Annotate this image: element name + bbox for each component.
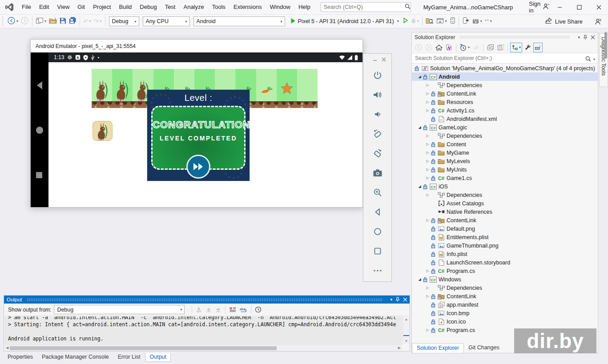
output-console[interactable]: > am start -a android.intent.action.MAIN…: [4, 316, 402, 344]
se-sync-button[interactable]: ⇄: [471, 43, 481, 52]
expand-arrow-icon[interactable]: ▷: [424, 193, 431, 197]
start-without-debugging-button[interactable]: [402, 16, 410, 27]
tab-output[interactable]: Output: [145, 353, 171, 362]
expand-arrow-icon[interactable]: ▷: [424, 168, 431, 172]
scroll-up-icon[interactable]: ▲: [403, 317, 410, 321]
pin-icon[interactable]: [583, 35, 588, 40]
quote-tools-button[interactable]: “”▾: [483, 16, 493, 27]
emulator-power-button[interactable]: [363, 65, 391, 85]
output-horizontal-scrollbar[interactable]: ◀ ▶: [4, 344, 402, 351]
scroll-left-icon[interactable]: ◀: [6, 346, 8, 350]
expand-arrow-icon[interactable]: ▷: [424, 83, 431, 87]
menu-test[interactable]: Test: [161, 0, 180, 14]
output-panel-titlebar[interactable]: Output ▾: [4, 296, 410, 304]
android-back-button[interactable]: [36, 81, 44, 92]
emulator-zoom-button[interactable]: [363, 183, 391, 202]
emulator-more-button[interactable]: [363, 261, 391, 280]
scrollbar-thumb[interactable]: [10, 346, 277, 350]
output-source-combo[interactable]: Debug ▾: [54, 305, 185, 314]
menu-tools[interactable]: Tools: [208, 0, 230, 14]
tree-item-dependencies[interactable]: ▷Dependencies: [412, 284, 598, 292]
menu-file[interactable]: File: [18, 0, 35, 14]
tree-item-dependencies[interactable]: ▷Dependencies: [412, 132, 598, 140]
close-icon[interactable]: [591, 35, 595, 40]
solution-search-input[interactable]: [412, 53, 598, 63]
emulator-nav-overview-button[interactable]: [363, 241, 391, 261]
tree-item-icon-ico[interactable]: Icon.ico: [412, 317, 598, 326]
menu-edit[interactable]: Edit: [35, 0, 53, 14]
menu-view[interactable]: View: [53, 0, 73, 14]
nav-back-button[interactable]: ▾: [6, 16, 20, 27]
tree-item-contentlink[interactable]: ▷ContentLink: [412, 216, 598, 224]
tab-error-list[interactable]: Error List: [114, 353, 145, 362]
menu-debug[interactable]: Debug: [136, 0, 161, 14]
tree-item-solution-mygame-animalgo-monogamecsharp-4-of-4-projects[interactable]: Solution 'MyGame_AnimalGo_MonoGameCSharp…: [412, 64, 598, 72]
se-pending-changes-button[interactable]: ▾: [459, 43, 471, 52]
tree-item-myunits[interactable]: ▷MyUnits: [412, 165, 598, 174]
scroll-right-icon[interactable]: ▶: [398, 346, 401, 350]
edge-scrollbar-thumb[interactable]: [604, 32, 607, 59]
out-prev-button[interactable]: [204, 304, 213, 315]
menu-project[interactable]: Project: [89, 0, 115, 14]
android-emulator-window[interactable]: Android Emulator - pixel_5_-_api_31:5554…: [30, 39, 363, 208]
se-show-all-files-button[interactable]: [496, 43, 505, 52]
expand-arrow-icon[interactable]: ▷: [424, 100, 431, 104]
se-preview-button[interactable]: [533, 43, 543, 52]
expand-arrow-icon[interactable]: ▷: [424, 92, 431, 96]
tree-item-icon-bmp[interactable]: Icon.bmp: [412, 309, 598, 317]
expand-arrow-icon[interactable]: ▷: [424, 176, 431, 180]
out-clear-button[interactable]: [227, 304, 238, 315]
emulator-minimize-button[interactable]: [373, 56, 377, 64]
toolbar-grip[interactable]: [2, 16, 5, 26]
maximize-button[interactable]: [569, 0, 589, 14]
emulator-rotate-right-button[interactable]: [363, 144, 391, 163]
tree-item-app-manifest[interactable]: app.manifest: [412, 300, 598, 309]
expand-arrow-icon[interactable]: ▷: [424, 269, 431, 273]
expand-arrow-icon[interactable]: ▷: [424, 142, 431, 146]
tree-item-dependencies[interactable]: ▷Dependencies: [412, 81, 598, 89]
hot-reload-button[interactable]: ▾: [410, 16, 420, 27]
tree-item-ios[interactable]: ◢C#iOS: [412, 182, 598, 191]
se-track-active-button[interactable]: ▾: [510, 43, 522, 52]
collapse-arrow-icon[interactable]: ◢: [416, 125, 423, 129]
expand-arrow-icon[interactable]: ▷: [424, 294, 431, 298]
undo-button[interactable]: ↶▾: [82, 16, 93, 27]
phone-sync-button[interactable]: [448, 16, 457, 27]
android-overview-button[interactable]: [36, 172, 43, 180]
start-debugging-button[interactable]: Pixel 5 - API 31 (Android 12.0 - API 31)…: [290, 18, 399, 25]
menu-analyze[interactable]: Analyze: [179, 0, 208, 14]
quick-search[interactable]: [321, 2, 411, 12]
menu-build[interactable]: Build: [115, 0, 136, 14]
tree-item-default-png[interactable]: Default.png: [412, 224, 598, 233]
tree-item-androidmanifest-xml[interactable]: </>AndroidManifest.xml: [412, 115, 598, 123]
out-next-button[interactable]: [213, 304, 223, 315]
pin-icon[interactable]: [395, 297, 400, 302]
window-position-caret-icon[interactable]: ▾: [390, 297, 392, 302]
platform-combo[interactable]: Any CPU ▾: [143, 16, 190, 26]
expand-arrow-icon[interactable]: ▷: [424, 159, 431, 163]
emulator-nav-back-button[interactable]: [363, 202, 391, 222]
tab-properties[interactable]: Properties: [4, 353, 37, 362]
configuration-combo[interactable]: Debug ▾: [109, 16, 139, 26]
expand-arrow-icon[interactable]: ▷: [424, 134, 431, 138]
tree-item-activity1-cs[interactable]: ▷C#Activity1.cs: [412, 106, 598, 115]
se-forward-button[interactable]: [424, 43, 433, 52]
sign-in-button[interactable]: Sign in: [529, 0, 550, 14]
find-in-files-button[interactable]: [424, 16, 435, 27]
emulator-volume-up-button[interactable]: [363, 85, 391, 104]
tree-item-game1-cs[interactable]: ▷C#Game1.cs: [412, 174, 598, 182]
live-share-button[interactable]: Live Share: [545, 17, 583, 25]
tree-item-mygame[interactable]: ▷MyGame: [412, 148, 598, 157]
nav-forward-button[interactable]: [20, 16, 30, 27]
tree-item-gamethumbnail-png[interactable]: GameThumbnail.png: [412, 241, 598, 250]
open-folder-button[interactable]: [48, 16, 58, 27]
close-icon[interactable]: [403, 297, 407, 302]
expand-arrow-icon[interactable]: ▷: [424, 328, 431, 332]
tree-item-mylevels[interactable]: ▷MyLevels: [412, 157, 598, 165]
scroll-down-icon[interactable]: ▼: [403, 339, 410, 343]
tree-item-android[interactable]: ◢C#Android: [412, 72, 598, 81]
tab-solution-explorer[interactable]: Solution Explorer: [412, 343, 464, 353]
out-word-wrap-button[interactable]: ab: [238, 304, 249, 315]
tree-item-gamelogic[interactable]: ◢C#GameLogic: [412, 123, 598, 132]
feedback-button[interactable]: [594, 18, 602, 25]
